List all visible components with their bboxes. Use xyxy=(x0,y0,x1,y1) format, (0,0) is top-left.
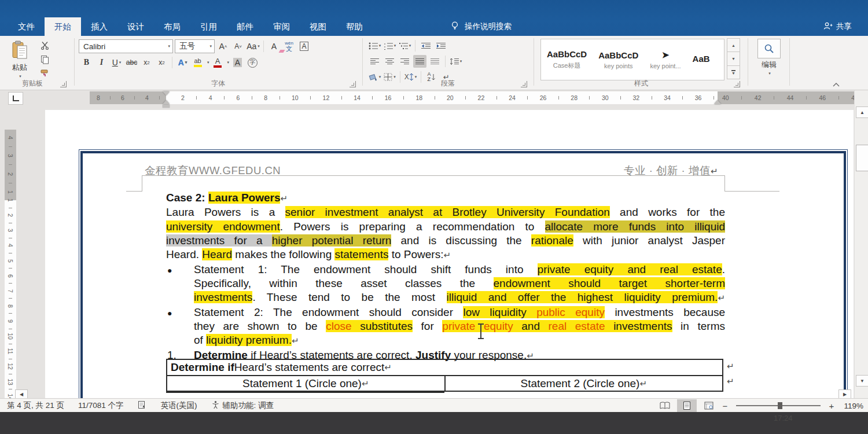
align-left-button[interactable] xyxy=(368,55,381,68)
tab-layout[interactable]: 布局 xyxy=(154,17,190,36)
tab-mailings[interactable]: 邮件 xyxy=(227,17,263,36)
share-button[interactable]: 共享 xyxy=(823,17,852,36)
font-name-select[interactable]: Calibri ▾ xyxy=(79,39,173,53)
font-color-button[interactable]: A xyxy=(211,56,225,69)
zoom-slider-thumb[interactable] xyxy=(778,402,782,409)
vertical-ruler[interactable]: 4321 1234567891011121314 xyxy=(5,130,16,398)
shrink-font-button[interactable]: A˅ xyxy=(231,40,245,53)
paragraph-dialog-launcher[interactable] xyxy=(521,81,527,87)
clipboard-dialog-launcher[interactable] xyxy=(60,81,67,87)
tab-file[interactable]: 文件 xyxy=(8,17,45,36)
distribute-button[interactable] xyxy=(428,55,442,68)
italic-button[interactable]: I xyxy=(95,56,108,69)
tab-help[interactable]: 帮助 xyxy=(336,17,373,36)
tab-references[interactable]: 引用 xyxy=(190,17,227,36)
document-line[interactable]: Laura Powers is a senior investment anal… xyxy=(166,205,725,219)
multilevel-list-button[interactable]: ▾ xyxy=(398,39,411,52)
document-line[interactable]: they are shown to be close substitutes f… xyxy=(166,319,725,333)
style-chip-key-point-2[interactable]: ➤ key point... xyxy=(644,39,686,80)
first-line-indent-marker[interactable] xyxy=(163,91,170,95)
copy-button[interactable] xyxy=(37,53,52,65)
strikethrough-button[interactable]: abc xyxy=(125,56,138,69)
clear-formatting-button[interactable]: A xyxy=(267,40,281,53)
style-chip-partial[interactable]: AaB xyxy=(687,39,716,80)
superscript-button[interactable]: x2 xyxy=(155,56,168,69)
tab-home[interactable]: 开始 xyxy=(45,17,81,36)
proofing-status[interactable] xyxy=(131,399,154,413)
styles-more-button[interactable]: ▼ xyxy=(727,65,740,79)
print-layout-button[interactable] xyxy=(677,399,697,412)
style-chip-key-points[interactable]: AaBbCcD key points xyxy=(593,39,644,80)
bold-button[interactable]: B xyxy=(80,56,93,69)
align-center-button[interactable] xyxy=(383,55,396,68)
scrollbar-thumb[interactable] xyxy=(856,145,868,171)
read-mode-button[interactable] xyxy=(655,399,675,412)
tell-me-search[interactable]: 操作说明搜索 xyxy=(450,17,512,36)
accessibility-status[interactable]: 辅助功能: 调查 xyxy=(204,399,281,413)
subscript-button[interactable]: x2 xyxy=(140,56,153,69)
format-painter-button[interactable] xyxy=(37,67,52,79)
highlight-button[interactable]: ab xyxy=(191,56,204,69)
editing-button[interactable]: 编辑 ▾ xyxy=(757,39,781,76)
document-line[interactable]: Specifically, within these asset classes… xyxy=(166,277,725,290)
scroll-right-button[interactable]: ▶ xyxy=(838,389,851,398)
scroll-left-button[interactable]: ◀ xyxy=(15,389,28,398)
enclose-characters-button[interactable]: 字 xyxy=(246,56,259,69)
language-status[interactable]: 英语(美国) xyxy=(154,399,204,413)
font-dialog-launcher[interactable] xyxy=(350,81,356,87)
left-indent-marker[interactable] xyxy=(163,105,170,108)
styles-dialog-launcher[interactable] xyxy=(734,81,740,87)
zoom-slider[interactable] xyxy=(736,405,821,406)
paste-button[interactable]: 粘贴 ▾ xyxy=(6,39,34,80)
hanging-indent-marker[interactable] xyxy=(163,100,170,104)
document-line[interactable]: ●Statement 1: The endowment should shift… xyxy=(166,263,725,277)
document-text[interactable]: Case 2: Laura Powers↵Laura Powers is a s… xyxy=(166,191,725,363)
right-indent-marker[interactable] xyxy=(714,100,721,104)
zoom-in-button[interactable]: + xyxy=(827,401,836,411)
document-line[interactable]: Heard. Heard makes the following stateme… xyxy=(166,248,725,262)
vertical-scrollbar[interactable]: ▲ ▼ xyxy=(854,90,868,398)
change-case-button[interactable]: Aa▾ xyxy=(247,40,260,53)
font-size-select[interactable]: 五号 ▾ xyxy=(175,39,215,53)
style-chip-case-title[interactable]: AaBbCcD Case标题 xyxy=(541,39,593,80)
character-shading-button[interactable]: A xyxy=(231,56,244,69)
collapse-ribbon-button[interactable] xyxy=(829,80,844,89)
styles-scroll-down-button[interactable]: ▼ xyxy=(727,52,740,65)
table-cell-statement2[interactable]: Statement 2 (Circle one)↵ xyxy=(446,376,723,391)
increase-indent-button[interactable] xyxy=(434,39,447,52)
web-layout-button[interactable] xyxy=(699,399,719,412)
document-line[interactable]: ●Statement 2: The endowment should consi… xyxy=(166,306,725,319)
zoom-level[interactable]: 119% xyxy=(838,402,863,410)
document-line[interactable]: university endowment. Powers is preparin… xyxy=(166,220,725,234)
tab-insert[interactable]: 插入 xyxy=(81,17,117,36)
underline-button[interactable]: U▾ xyxy=(110,56,123,69)
document-line[interactable]: of liquidity premium.↵ xyxy=(166,333,725,348)
document-line[interactable]: Case 2: Laura Powers↵ xyxy=(166,191,725,205)
document-line[interactable]: investments. These tend to be the most i… xyxy=(166,290,725,305)
table-cell-statement1[interactable]: Statement 1 (Circle one)↵ xyxy=(167,376,446,391)
line-spacing-button[interactable]: ▾ xyxy=(449,55,462,68)
tab-stop-selector[interactable] xyxy=(8,92,23,105)
align-right-button[interactable] xyxy=(398,55,411,68)
cut-button[interactable] xyxy=(37,39,52,52)
document-line[interactable]: investments for a higher potential retur… xyxy=(166,234,725,248)
styles-scroll-up-button[interactable]: ▲ xyxy=(727,38,740,52)
bullets-button[interactable]: ▾ xyxy=(368,39,381,52)
table-title-row[interactable]: Determine if Heard’s statements are corr… xyxy=(166,359,723,376)
word-count-status[interactable]: 11/7081 个字 xyxy=(71,399,131,413)
grow-font-button[interactable]: A˄ xyxy=(216,40,230,53)
decrease-indent-button[interactable] xyxy=(419,39,432,52)
tab-review[interactable]: 审阅 xyxy=(263,17,300,36)
ruler-number: 7 xyxy=(7,289,14,293)
character-border-button[interactable]: A xyxy=(297,40,311,53)
justify-button[interactable] xyxy=(413,55,426,68)
horizontal-ruler[interactable]: 8642 2468101214161820222426283032343638 … xyxy=(67,91,854,104)
page-number-status[interactable]: 第 4 页, 共 21 页 xyxy=(0,399,71,413)
scroll-down-button[interactable]: ▼ xyxy=(856,375,868,387)
scroll-up-button[interactable]: ▲ xyxy=(856,106,868,118)
tab-view[interactable]: 视图 xyxy=(300,17,336,36)
text-effects-button[interactable]: A▾ xyxy=(176,56,189,69)
tab-design[interactable]: 设计 xyxy=(117,17,154,36)
numbering-button[interactable]: ▾ xyxy=(383,39,396,52)
zoom-out-button[interactable]: − xyxy=(721,401,729,411)
